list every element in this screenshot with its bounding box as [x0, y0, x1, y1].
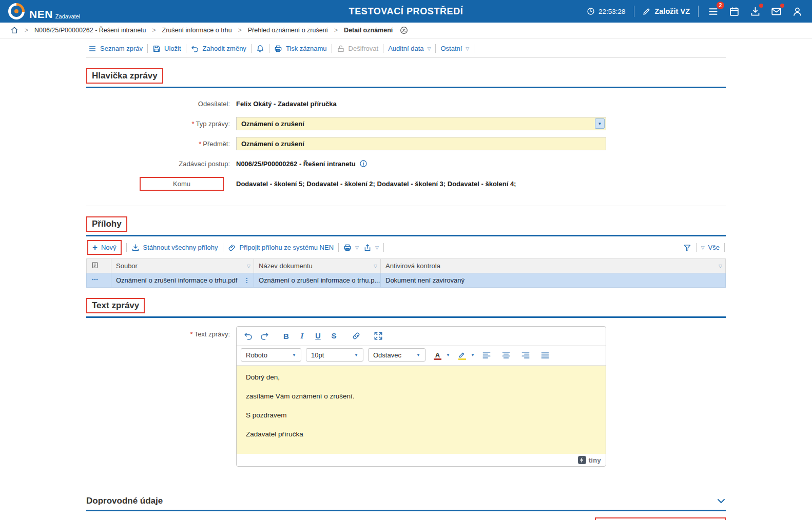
- editor-toolbar-row1: B I U S: [237, 327, 606, 346]
- view-filter-vse[interactable]: ▽ Vše: [701, 244, 720, 251]
- undo-icon: [191, 45, 199, 53]
- row-menu-cell[interactable]: [87, 273, 111, 288]
- chevron-down-icon[interactable]: ▼: [471, 353, 475, 357]
- auditni-data-menu[interactable]: Auditní data ▽: [388, 45, 431, 52]
- editor-footer: tiny: [237, 454, 606, 466]
- footer-actions: Odeslat Podepsat a odeslat: [86, 517, 726, 520]
- envelope-icon: [771, 6, 782, 17]
- nen-logo-icon: [8, 3, 25, 19]
- editor-align-center-button[interactable]: [499, 348, 514, 362]
- filter-triangle-icon[interactable]: ▽: [719, 264, 722, 269]
- print-grid-menu[interactable]: ▽: [343, 244, 359, 252]
- tiny-logo-icon[interactable]: [578, 456, 586, 464]
- column-header-soubor[interactable]: Soubor ▽: [111, 259, 254, 273]
- editor-align-justify-button[interactable]: [538, 348, 553, 362]
- zahodit-zmeny-button[interactable]: Zahodit změny: [191, 45, 246, 53]
- editor-align-left-button[interactable]: [479, 348, 494, 362]
- column-header-antivir[interactable]: Antivirová kontrola ▽: [381, 259, 726, 273]
- breadcrumb-separator: >: [152, 27, 156, 34]
- tisk-zaznamu-button[interactable]: Tisk záznamu: [274, 45, 327, 53]
- editor-align-right-button[interactable]: [518, 348, 533, 362]
- editor-highlight-button[interactable]: [455, 348, 470, 362]
- filter-triangle-icon[interactable]: ▽: [247, 264, 250, 269]
- cell-nazev[interactable]: Oznámení o zrušení informace o trhu.p...: [254, 273, 381, 288]
- section-title: Hlavička zprávy: [92, 71, 158, 81]
- zalozit-vz-button[interactable]: Založit VZ: [643, 7, 690, 15]
- calendar-button[interactable]: [728, 5, 741, 18]
- breadcrumb-item-prehled[interactable]: Přehled oznámení o zrušení: [248, 27, 328, 34]
- cell-antivir[interactable]: Dokument není zavirovaný: [381, 273, 726, 288]
- komu-value: Dodavatel - školení 5; Dodavatel - škole…: [236, 180, 516, 188]
- plus-icon: +: [92, 243, 98, 252]
- combobox-dropdown-button[interactable]: ▼: [595, 118, 605, 129]
- stahnout-prilohy-button[interactable]: Stáhnout všechny přílohy: [131, 244, 218, 252]
- editor-paragraph: S pozdravem: [246, 411, 596, 420]
- messages-button[interactable]: [770, 5, 783, 18]
- editor-forecolor-button[interactable]: A: [430, 348, 445, 362]
- ulozit-button[interactable]: Uložit: [152, 45, 181, 53]
- editor-paragraph: Dobrý den,: [246, 373, 596, 382]
- section-hlavicka-zpravy: Hlavička zprávy Odesílatel: Felix Okátý …: [86, 68, 726, 206]
- nen-home-link[interactable]: NEN Zadavatel: [8, 3, 126, 19]
- main-menu-button[interactable]: 2: [707, 5, 720, 18]
- clock-icon: [587, 7, 595, 15]
- editor-font-select[interactable]: Roboto▼: [241, 348, 301, 362]
- brand-name: NEN: [29, 9, 53, 19]
- notifications-button[interactable]: [256, 45, 264, 53]
- predmet-input[interactable]: Oznámení o zrušení: [236, 137, 606, 150]
- chevron-down-icon: ▼: [292, 353, 296, 357]
- breadcrumb-item-zruseni[interactable]: Zrušení informace o trhu: [162, 27, 232, 34]
- attachment-row[interactable]: Oznámení o zrušení informace o trhu.pdf …: [87, 273, 726, 288]
- editor-underline-button[interactable]: U: [311, 329, 325, 343]
- record-toolbar: Seznam zpráv Uložit Zahodit změny Tisk z…: [86, 38, 726, 58]
- section-text-zpravy: Text zprávy *Text zprávy: B I U S: [86, 298, 726, 478]
- home-icon[interactable]: [10, 26, 18, 34]
- editor-block-select[interactable]: Odstavec▼: [368, 348, 426, 362]
- editor-strikethrough-button[interactable]: S: [326, 329, 341, 343]
- highlight-swatch: [458, 358, 466, 360]
- editor-bold-button[interactable]: B: [279, 329, 294, 343]
- info-icon[interactable]: [359, 159, 368, 168]
- drag-handle-icon[interactable]: [243, 277, 250, 284]
- downloads-button[interactable]: [749, 5, 762, 18]
- editor-link-button[interactable]: [349, 329, 363, 343]
- breadcrumb-separator: >: [238, 27, 242, 34]
- expand-chevron-icon[interactable]: [717, 496, 726, 506]
- typ-zpravy-combobox[interactable]: Oznámení o zrušení ▼: [236, 117, 606, 130]
- editor-fullscreen-button[interactable]: [371, 329, 385, 343]
- filter-button[interactable]: [683, 244, 691, 252]
- messages-badge-dot: [780, 4, 784, 8]
- editor-italic-button[interactable]: I: [295, 329, 310, 343]
- breadcrumb: > N006/25/P00000262 - Řešení intranetu >…: [0, 23, 812, 38]
- dropdown-triangle-icon: ▽: [466, 46, 469, 51]
- row-menu-dots-icon[interactable]: [91, 276, 99, 283]
- editor-content-area[interactable]: Dobrý den, zasíláme Vám oznámení o zruše…: [237, 366, 606, 454]
- cell-soubor[interactable]: Oznámení o zrušení informace o trhu.pdf: [111, 273, 254, 288]
- editor-undo-button[interactable]: [241, 329, 256, 343]
- divider: [251, 44, 252, 53]
- ostatni-menu[interactable]: Ostatní ▽: [440, 45, 469, 52]
- paperclip-icon: [228, 244, 236, 252]
- tiny-brand[interactable]: tiny: [589, 456, 601, 464]
- panel-separator: [86, 206, 726, 206]
- novy-button[interactable]: + Nový: [92, 243, 117, 252]
- editor-redo-button[interactable]: [257, 329, 272, 343]
- close-tab-icon[interactable]: [400, 26, 408, 34]
- filter-triangle-icon[interactable]: ▽: [374, 264, 377, 269]
- forecolor-swatch: [434, 358, 441, 360]
- dropdown-triangle-icon: ▽: [375, 245, 379, 250]
- funnel-icon: [683, 244, 691, 252]
- breadcrumb-item-postup[interactable]: N006/25/P00000262 - Řešení intranetu: [34, 27, 146, 34]
- divider: [269, 44, 269, 53]
- pripojit-prilohu-button[interactable]: Připojit přílohu ze systému NEN: [228, 244, 334, 252]
- pencil-icon: [643, 7, 651, 15]
- chevron-down-icon[interactable]: ▼: [446, 353, 450, 357]
- section-title: Text zprávy: [92, 301, 139, 311]
- divider: [698, 6, 699, 17]
- editor-fontsize-select[interactable]: 10pt▼: [306, 348, 363, 362]
- column-header-nazev[interactable]: Název dokumentu ▽: [254, 259, 381, 273]
- person-icon: [792, 6, 803, 17]
- export-grid-menu[interactable]: ▽: [363, 244, 379, 252]
- seznam-zprav-button[interactable]: Seznam zpráv: [88, 45, 143, 53]
- user-profile-button[interactable]: [791, 5, 804, 18]
